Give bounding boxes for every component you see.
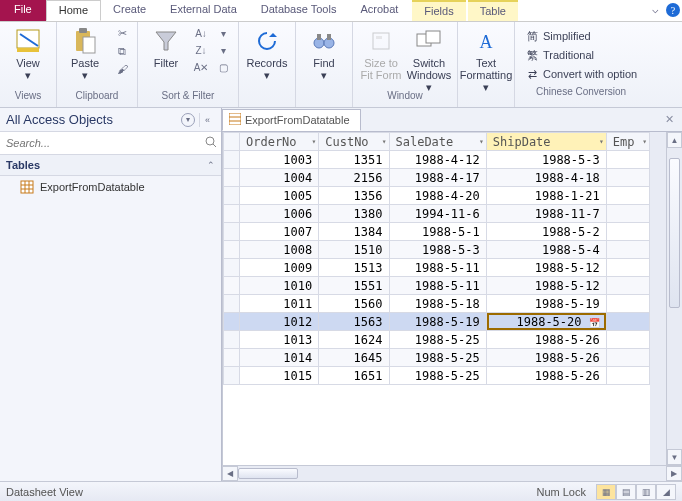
cell[interactable]: 1988-5-12	[486, 259, 606, 277]
cell[interactable]: 1012	[240, 313, 319, 331]
select-all-cell[interactable]	[224, 133, 240, 151]
scroll-up-icon[interactable]: ▲	[667, 132, 682, 148]
cell[interactable]: 1988-5-26	[486, 331, 606, 349]
view-pivot-icon[interactable]: ▤	[616, 484, 636, 500]
cell[interactable]	[606, 331, 649, 349]
tab-home[interactable]: Home	[46, 0, 101, 21]
cell[interactable]: 1988-5-25	[389, 349, 486, 367]
cell[interactable]: 1356	[319, 187, 389, 205]
collapse-icon[interactable]: ⌃	[207, 160, 215, 170]
sort-desc-icon[interactable]: Z↓	[192, 42, 210, 58]
cell[interactable]: 1988-5-20 📅	[486, 313, 606, 331]
nav-search[interactable]	[0, 132, 221, 155]
cell[interactable]: 1988-5-26	[486, 349, 606, 367]
table-row[interactable]: 100421561988-4-171988-4-18	[224, 169, 650, 187]
dropdown-icon[interactable]: ▾	[479, 137, 484, 146]
selection-filter-icon[interactable]: ▾	[214, 25, 232, 41]
copy-icon[interactable]: ⧉	[113, 43, 131, 59]
table-row[interactable]: 101316241988-5-251988-5-26	[224, 331, 650, 349]
column-header-saledate[interactable]: SaleDate▾	[389, 133, 486, 151]
cell[interactable]	[606, 169, 649, 187]
table-row[interactable]: 101015511988-5-111988-5-12	[224, 277, 650, 295]
view-design-icon[interactable]: ◢	[656, 484, 676, 500]
scroll-thumb[interactable]	[669, 158, 680, 308]
cell[interactable]: 1015	[240, 367, 319, 385]
close-icon[interactable]: ✕	[665, 113, 674, 126]
cell[interactable]: 1988-5-3	[389, 241, 486, 259]
cell[interactable]: 1351	[319, 151, 389, 169]
datepicker-icon[interactable]: 📅	[589, 318, 600, 328]
search-input[interactable]	[0, 132, 221, 154]
cell[interactable]	[606, 367, 649, 385]
cell[interactable]: 1003	[240, 151, 319, 169]
row-selector[interactable]	[224, 277, 240, 295]
horizontal-scrollbar[interactable]: ◀ ▶	[222, 465, 682, 481]
table-row[interactable]: 100513561988-4-201988-1-21	[224, 187, 650, 205]
table-row[interactable]: 100915131988-5-111988-5-12	[224, 259, 650, 277]
cell[interactable]: 1988-1-21	[486, 187, 606, 205]
cell[interactable]: 1010	[240, 277, 319, 295]
tab-external-data[interactable]: External Data	[158, 0, 249, 21]
sort-asc-icon[interactable]: A↓	[192, 25, 210, 41]
cell[interactable]: 1380	[319, 205, 389, 223]
table-row[interactable]: 100713841988-5-11988-5-2	[224, 223, 650, 241]
tab-create[interactable]: Create	[101, 0, 158, 21]
cell[interactable]: 1988-5-1	[389, 223, 486, 241]
cell[interactable]: 1014	[240, 349, 319, 367]
table-row[interactable]: 100613801994-11-61988-11-7	[224, 205, 650, 223]
ribbon-collapse-icon[interactable]: ⌵	[646, 0, 664, 21]
cell[interactable]: 1988-5-4	[486, 241, 606, 259]
nav-title[interactable]: All Access Objects	[6, 112, 179, 127]
view-chart-icon[interactable]: ▥	[636, 484, 656, 500]
cell[interactable]: 1988-5-25	[389, 367, 486, 385]
cell[interactable]: 1988-5-11	[389, 277, 486, 295]
switch-windows-button[interactable]: SwitchWindows ▾	[407, 25, 451, 93]
cell[interactable]: 1988-5-11	[389, 259, 486, 277]
help-icon[interactable]: ?	[664, 0, 682, 21]
cell[interactable]: 1988-5-2	[486, 223, 606, 241]
cell[interactable]: 1551	[319, 277, 389, 295]
cell[interactable]: 1988-5-19	[389, 313, 486, 331]
row-selector[interactable]	[224, 349, 240, 367]
cut-icon[interactable]: ✂	[113, 25, 131, 41]
cell[interactable]: 1004	[240, 169, 319, 187]
nav-item-table[interactable]: ExportFromDatatable	[0, 176, 221, 198]
cell[interactable]: 1988-5-19	[486, 295, 606, 313]
dropdown-icon[interactable]: ▾	[311, 137, 316, 146]
column-header-orderno[interactable]: OrderNo▾	[240, 133, 319, 151]
nav-filter-icon[interactable]: ▾	[181, 113, 195, 127]
search-icon[interactable]	[205, 136, 217, 150]
convert-option-button[interactable]: ⇄Convert with option	[525, 65, 637, 83]
cell[interactable]: 1006	[240, 205, 319, 223]
cell[interactable]: 1988-4-20	[389, 187, 486, 205]
cell[interactable]: 1988-5-26	[486, 367, 606, 385]
cell[interactable]: 1994-11-6	[389, 205, 486, 223]
dropdown-icon[interactable]: ▾	[642, 137, 647, 146]
cell[interactable]	[606, 295, 649, 313]
cell[interactable]: 1988-5-3	[486, 151, 606, 169]
cell[interactable]	[606, 349, 649, 367]
row-selector[interactable]	[224, 313, 240, 331]
cell[interactable]: 1988-4-18	[486, 169, 606, 187]
row-selector[interactable]	[224, 205, 240, 223]
row-selector[interactable]	[224, 367, 240, 385]
cell[interactable]: 1645	[319, 349, 389, 367]
view-button[interactable]: View▾	[6, 25, 50, 81]
scroll-down-icon[interactable]: ▼	[667, 449, 682, 465]
shutter-bar-icon[interactable]: «	[199, 113, 215, 127]
cell[interactable]: 1988-5-12	[486, 277, 606, 295]
cell[interactable]: 1009	[240, 259, 319, 277]
scroll-right-icon[interactable]: ▶	[666, 466, 682, 481]
tab-table[interactable]: Table	[468, 0, 518, 21]
cell[interactable]	[606, 241, 649, 259]
table-row[interactable]: 101215631988-5-191988-5-20 📅	[224, 313, 650, 331]
cell[interactable]: 1988-4-17	[389, 169, 486, 187]
row-selector[interactable]	[224, 295, 240, 313]
advanced-filter-icon[interactable]: ▾	[214, 42, 232, 58]
cell[interactable]	[606, 187, 649, 205]
scroll-thumb[interactable]	[238, 468, 298, 479]
filter-button[interactable]: Filter	[144, 25, 188, 69]
cell[interactable]	[606, 223, 649, 241]
cell[interactable]: 1013	[240, 331, 319, 349]
cell[interactable]: 1011	[240, 295, 319, 313]
